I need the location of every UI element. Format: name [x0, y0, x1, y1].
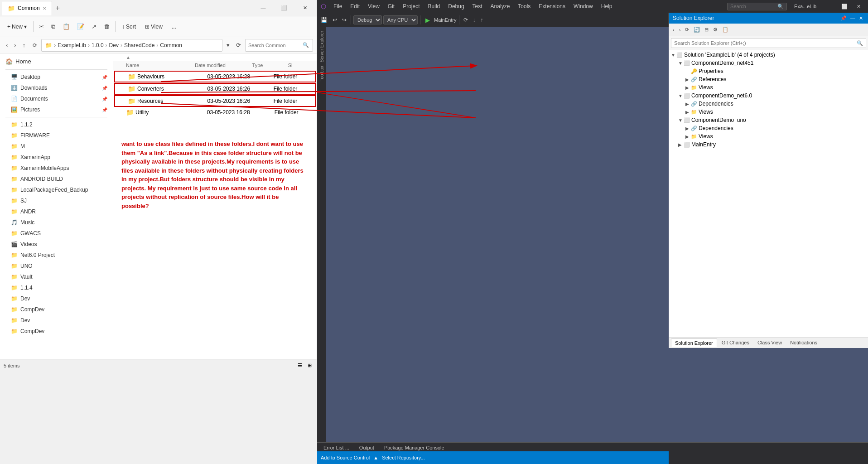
vs-minimize-btn[interactable]: — — [824, 3, 836, 10]
file-row-behaviours[interactable]: 📁 Behaviours 03-05-2023 16:28 File folde… — [114, 71, 316, 82]
vs-menu-git[interactable]: Git — [384, 2, 398, 10]
se-search-input[interactable] — [674, 40, 857, 46]
se-net451-properties[interactable]: 🔑 Properties — [669, 67, 868, 75]
vs-menu-analyze[interactable]: Analyze — [487, 2, 514, 10]
vs-run-btn[interactable]: ▶ — [423, 16, 433, 24]
close-btn[interactable]: ✕ — [295, 1, 315, 15]
se-proj-net60[interactable]: ▼ ⬜ ComponentDemo_net6.0 — [669, 92, 868, 100]
vs-tb-redo-btn[interactable]: ↪ — [340, 16, 348, 24]
paste-btn[interactable]: 📋 — [60, 21, 72, 32]
breadcrumb-sharedcode[interactable]: SharedCode — [124, 42, 154, 48]
vs-menu-extensions[interactable]: Extensions — [535, 2, 569, 10]
se-uno-deps[interactable]: ▶ 🔗 Dependencies — [669, 124, 868, 132]
search-input[interactable] — [248, 43, 303, 48]
restore-btn[interactable]: ⬜ — [274, 1, 294, 15]
vs-tab-packagemanager[interactable]: Package Manager Console — [380, 444, 449, 452]
sidebar-item-documents[interactable]: 📄 Documents 📌 — [0, 93, 113, 104]
vs-step-out-btn[interactable]: ↑ — [479, 16, 485, 24]
view-btn[interactable]: ⊞ View — [141, 22, 166, 32]
vs-menu-window[interactable]: Window — [570, 2, 597, 10]
sidebar-item-pictures[interactable]: 🖼️ Pictures 📌 — [0, 104, 113, 115]
more-btn[interactable]: ... — [168, 22, 180, 32]
col-header-type[interactable]: Type — [252, 63, 288, 68]
vs-menu-project[interactable]: Project — [399, 2, 423, 10]
sidebar-item-112[interactable]: 📁 1.1.2 — [0, 119, 113, 130]
file-row-converters[interactable]: 📁 Converters 03-05-2023 16:26 File folde… — [114, 83, 316, 95]
sidebar-item-andr[interactable]: 📁 ANDR — [0, 206, 113, 217]
cut-btn[interactable]: ✂ — [36, 21, 47, 32]
se-net451-views[interactable]: ▶ 📁 Views — [669, 83, 868, 92]
vs-debug-config-select[interactable]: Debug — [353, 15, 382, 24]
vs-menu-build[interactable]: Build — [424, 2, 444, 10]
vs-restore-btn[interactable]: ⬜ — [838, 3, 851, 10]
se-tab-solution-explorer[interactable]: Solution Explorer — [671, 338, 717, 347]
forward-btn[interactable]: › — [12, 40, 18, 50]
grid-view-btn[interactable]: ⊞ — [306, 362, 313, 369]
se-net60-views[interactable]: ▶ 📁 Views — [669, 108, 868, 116]
minimize-btn[interactable]: — — [253, 1, 273, 15]
sidebar-item-m[interactable]: 📁 M — [0, 141, 113, 152]
se-proj-net451[interactable]: ▼ ⬜ ComponentDemo_net451 — [669, 59, 868, 67]
se-minimize-btn[interactable]: — — [849, 15, 857, 22]
breadcrumb-dev[interactable]: Dev — [109, 42, 119, 48]
sidebar-item-net60[interactable]: 📁 Net6.0 Project — [0, 250, 113, 261]
vs-tab-output[interactable]: Output — [355, 444, 379, 452]
vs-search-input[interactable] — [730, 4, 776, 9]
sidebar-item-gwacs[interactable]: 📁 GWACS — [0, 228, 113, 239]
sidebar-item-uno[interactable]: 📁 UNO — [0, 261, 113, 271]
se-uno-views[interactable]: ▶ 📁 Views — [669, 132, 868, 140]
sidebar-item-dev2[interactable]: 📁 Dev — [0, 315, 113, 326]
toolbox-label[interactable]: Toolbox — [318, 64, 325, 83]
se-tab-notifications[interactable]: Notifications — [786, 338, 821, 347]
file-row-utility[interactable]: 📁 Utility 03-05-2023 16:28 File folder — [113, 107, 317, 117]
se-back-btn[interactable]: ‹ — [671, 26, 676, 34]
file-row-resources[interactable]: 📁 Resources 03-05-2023 16:26 File folder — [114, 95, 316, 107]
se-properties-btn[interactable]: 📋 — [720, 26, 730, 34]
se-pin-btn[interactable]: 📌 — [839, 15, 848, 22]
sidebar-item-compdev1[interactable]: 📁 CompDev — [0, 304, 113, 315]
back-btn[interactable]: ‹ — [4, 40, 10, 50]
tab-close-btn[interactable]: ✕ — [43, 6, 46, 11]
sidebar-home[interactable]: 🏠 Home — [0, 55, 113, 68]
col-header-name[interactable]: Name — [113, 63, 195, 68]
sidebar-item-music[interactable]: 🎵 Music — [0, 217, 113, 228]
sidebar-item-localpackage[interactable]: 📁 LocalPackageFeed_Backup — [0, 184, 113, 195]
sidebar-item-xamarinapp[interactable]: 📁 XamarinApp — [0, 152, 113, 163]
breadcrumb[interactable]: 📁 › ExampleLib › 1.0.0 › Dev › SharedCod… — [41, 39, 222, 52]
se-forward-btn[interactable]: › — [677, 26, 683, 34]
se-tab-git-changes[interactable]: Git Changes — [718, 338, 753, 347]
server-explorer-label[interactable]: Server Explorer — [318, 29, 325, 64]
sidebar-item-114[interactable]: 📁 1.1.4 — [0, 282, 113, 293]
vs-menu-file[interactable]: File — [330, 2, 346, 10]
sidebar-item-firmware[interactable]: 📁 FIRMWARE — [0, 130, 113, 141]
se-close-btn[interactable]: ✕ — [858, 15, 864, 22]
se-proj-mainentry[interactable]: ▶ ⬜ MainEntry — [669, 140, 868, 149]
vs-step-over-btn[interactable]: ⟳ — [462, 16, 470, 24]
sidebar-item-compdev2[interactable]: 📁 CompDev — [0, 326, 113, 337]
vs-tb-undo-btn[interactable]: ↩ — [331, 16, 339, 24]
delete-btn[interactable]: 🗑 — [101, 21, 112, 32]
sidebar-item-androidbuild[interactable]: 📁 ANDROID BUILD — [0, 174, 113, 184]
vs-menu-view[interactable]: View — [364, 2, 383, 10]
copy-btn[interactable]: ⧉ — [48, 21, 58, 32]
se-solution-item[interactable]: ▼ ⬜ Solution 'ExampleLib' (4 of 4 projec… — [669, 51, 868, 59]
vs-menu-help[interactable]: Help — [598, 2, 616, 10]
address-refresh-btn[interactable]: ⟳ — [234, 40, 243, 50]
se-proj-uno[interactable]: ▼ ⬜ ComponentDemo_uno — [669, 116, 868, 124]
sidebar-item-vault[interactable]: 📁 Vault — [0, 271, 113, 282]
sidebar-item-downloads[interactable]: ⬇️ Downloads 📌 — [0, 82, 113, 93]
se-refresh-btn[interactable]: 🔄 — [692, 26, 702, 34]
sidebar-item-videos[interactable]: 🎬 Videos — [0, 239, 113, 250]
sidebar-item-dev1[interactable]: 📁 Dev — [0, 293, 113, 304]
sidebar-item-xamarinmobileapps[interactable]: 📁 XamarinMobileApps — [0, 163, 113, 174]
sort-btn[interactable]: ↕ Sort — [118, 22, 140, 32]
sidebar-item-desktop[interactable]: 🖥️ Desktop 📌 — [0, 72, 113, 82]
common-tab[interactable]: 📁 Common ✕ — [2, 1, 52, 15]
refresh-btn[interactable]: ⟳ — [30, 41, 39, 50]
vs-menu-debug[interactable]: Debug — [444, 2, 468, 10]
new-btn[interactable]: + New ▾ — [4, 22, 30, 32]
vs-menu-test[interactable]: Test — [469, 2, 486, 10]
share-btn[interactable]: ↗ — [89, 21, 99, 32]
up-btn[interactable]: ↑ — [20, 40, 28, 50]
col-header-date[interactable]: Date modified — [195, 63, 252, 68]
